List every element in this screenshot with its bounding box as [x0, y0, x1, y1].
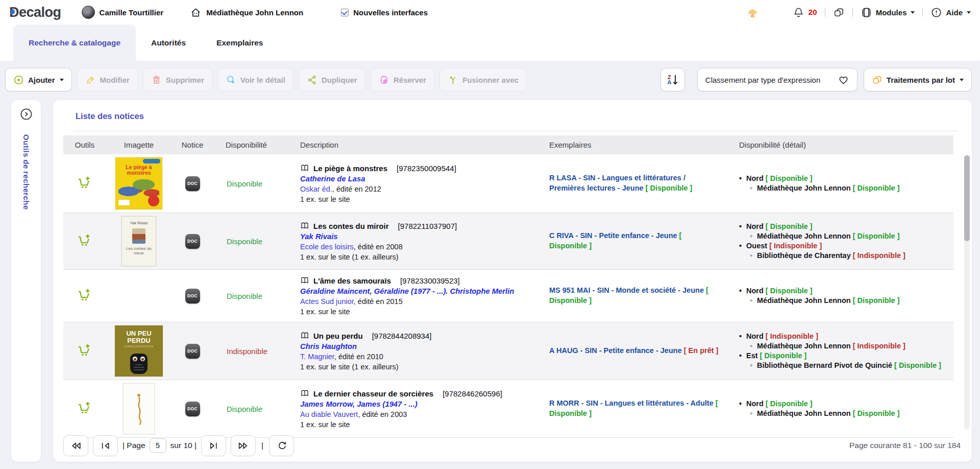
refresh-button[interactable] [269, 435, 294, 456]
record-title[interactable]: Le piège à monstres [313, 164, 387, 173]
library-building-icon [190, 7, 202, 18]
page-indicator: | Page sur 10 | [122, 438, 197, 453]
modules-menu[interactable]: Modules [861, 7, 915, 18]
book-cover-thumbnail[interactable]: Yak RivaisLes contes du miroir [121, 216, 156, 266]
library-name: Médiathèque John Lennon [757, 232, 853, 240]
new-interfaces-toggle[interactable]: Nouvelles interfaces [341, 8, 428, 17]
record-authors-link[interactable]: Catherine de Lasa [300, 175, 532, 183]
chevron-down-icon [60, 79, 64, 81]
row-availability-cell: Disponible [213, 237, 288, 246]
exemplaire-link[interactable]: C RIVA - SIN - Petite enfance - Jeune [549, 231, 679, 240]
new-interfaces-label: Nouvelles interfaces [353, 8, 428, 17]
exemplaire-link[interactable]: R MORR - SIN - Langues et littératures -… [549, 399, 716, 407]
region-name: Nord [746, 222, 766, 230]
region-name: Nord [746, 287, 766, 295]
row-notice-cell: DOC [172, 176, 213, 191]
fast-forward-button[interactable] [231, 435, 256, 456]
book-cover-thumbnail[interactable]: UN PEU PERDUCHRIS HAUGHTON [115, 325, 163, 377]
detail-text: Nord [ Disponible ] [746, 222, 813, 231]
exemplaire-link[interactable]: A HAUG - SIN - Petite enfance - Jeune [549, 346, 684, 355]
add-to-basket-icon[interactable] [77, 233, 92, 249]
sort-direction-button[interactable]: Z A [660, 68, 685, 91]
decalog-logo[interactable]: Decalog [9, 5, 61, 20]
edition-text: , édité en 2010 [334, 353, 383, 361]
publisher-link[interactable]: T. Magnier [300, 353, 334, 361]
detail-text: Bibliothèque de Charentay [ Indisponible… [757, 251, 905, 261]
doc-badge[interactable]: DOC [185, 402, 200, 416]
record-title[interactable]: Les contes du miroir [313, 222, 389, 230]
vertical-scrollbar-thumb[interactable] [964, 155, 970, 241]
region-availability-line: •Nord [ Disponible ] [738, 222, 950, 231]
library-selector[interactable]: Médiathèque John Lennon [190, 7, 303, 18]
publisher-link[interactable]: Actes Sud junior [300, 297, 354, 306]
cover-art-circle [148, 195, 159, 206]
detail-text: Médiathèque John Lennon [ Disponible ] [757, 296, 900, 306]
add-to-basket-icon[interactable] [77, 401, 92, 417]
expand-sidebar-button[interactable] [19, 107, 33, 121]
publisher-link[interactable]: Ecole des loisirs [300, 243, 354, 251]
fast-backward-icon [70, 440, 82, 451]
vertical-scrollbar[interactable] [964, 155, 970, 429]
tab-recherche-catalogage[interactable]: Recherche & catalogage [13, 25, 136, 61]
pagination-separator: | [261, 441, 263, 450]
add-to-basket-icon[interactable] [77, 343, 92, 359]
doc-badge[interactable]: DOC [185, 176, 200, 191]
bullet-circle: ◦ [749, 409, 753, 418]
doc-badge[interactable]: DOC [185, 234, 200, 249]
record-title[interactable]: L'âme des samouraïs [313, 276, 391, 285]
row-image-cell: Yak RivaisLes contes du miroir [106, 213, 172, 269]
book-cover-thumbnail[interactable] [123, 383, 155, 434]
row-availability-cell: Indisponible [213, 347, 288, 356]
previous-page-button[interactable] [93, 435, 118, 456]
publisher-link[interactable]: Oskar éd. [300, 185, 332, 193]
availability-status: [ Disponible ] [853, 296, 900, 304]
record-title[interactable]: Le dernier chasseur de sorcières [313, 389, 433, 398]
button-label: Fusionner avec [462, 76, 519, 84]
fast-backward-button[interactable] [63, 435, 88, 456]
record-authors-link[interactable]: Géraldine Maincent, Géraldine (1977 - ..… [300, 287, 532, 295]
doc-badge[interactable]: DOC [185, 344, 200, 359]
pages-icon[interactable] [833, 7, 845, 18]
add-to-basket-icon[interactable] [77, 176, 92, 192]
title-divider [74, 131, 959, 131]
library-name: Médiathèque John Lennon [757, 342, 853, 350]
doc-badge[interactable]: DOC [185, 289, 200, 303]
refresh-icon [276, 440, 288, 451]
voir-le-detail-button: Voir le détail [217, 68, 293, 91]
record-isbn: [9782330039523] [400, 276, 460, 285]
edition-text: , édité en 2012 [332, 185, 381, 193]
publisher-link[interactable]: Au diable Vauvert [300, 410, 358, 418]
page-input[interactable] [150, 438, 166, 453]
record-authors-link[interactable]: James Morrow, James (1947 - ...) [300, 400, 532, 408]
book-cover-thumbnail[interactable]: Le piège à monstres [115, 157, 162, 209]
record-publisher-line: Oskar éd., édité en 2012 [300, 185, 532, 193]
cover-title-text: UN PEU PERDU [115, 330, 163, 344]
owl-eye [133, 357, 137, 361]
help-menu[interactable]: Aide [930, 7, 971, 18]
tab-label: Autorités [151, 38, 186, 48]
record-authors-link[interactable]: Yak Rivais [300, 232, 532, 241]
cover-art [132, 228, 145, 244]
notifications-button[interactable]: 20 [793, 7, 817, 18]
region-name: Est [746, 351, 760, 360]
copies-text: 1 ex. sur le site [300, 308, 532, 316]
classement-select[interactable]: Classement par type d'expression [697, 68, 857, 91]
tab-autorites[interactable]: Autorités [136, 25, 201, 61]
modules-label: Modules [876, 8, 907, 17]
exemplaire-status: [ En prêt ] [684, 346, 719, 355]
row-availability-cell: Disponible [213, 179, 288, 188]
user-menu[interactable]: Camille Tourtillier [82, 6, 164, 19]
add-to-basket-icon[interactable] [77, 288, 92, 304]
row-description-cell: Les contes du miroir[9782211037907]Yak R… [288, 221, 537, 261]
record-authors-link[interactable]: Chris Haughton [300, 342, 532, 350]
tab-exemplaires[interactable]: Exemplaires [201, 25, 278, 61]
exemplaire-link[interactable]: MS 951 MAI - SIN - Monde et société - Je… [549, 286, 706, 294]
record-isbn: [9782846260596] [443, 389, 502, 398]
next-page-button[interactable] [201, 435, 226, 456]
batch-processing-button[interactable]: Traitements par lot [864, 68, 972, 91]
assistance-beacon-icon[interactable] [747, 7, 758, 18]
ajouter-button[interactable]: Ajouter [5, 68, 72, 91]
record-title[interactable]: Un peu perdu [313, 332, 363, 340]
row-image-cell: UN PEU PERDUCHRIS HAUGHTON [106, 322, 172, 380]
row-exemplaires-cell: C RIVA - SIN - Petite enfance - Jeune [ … [537, 231, 727, 251]
